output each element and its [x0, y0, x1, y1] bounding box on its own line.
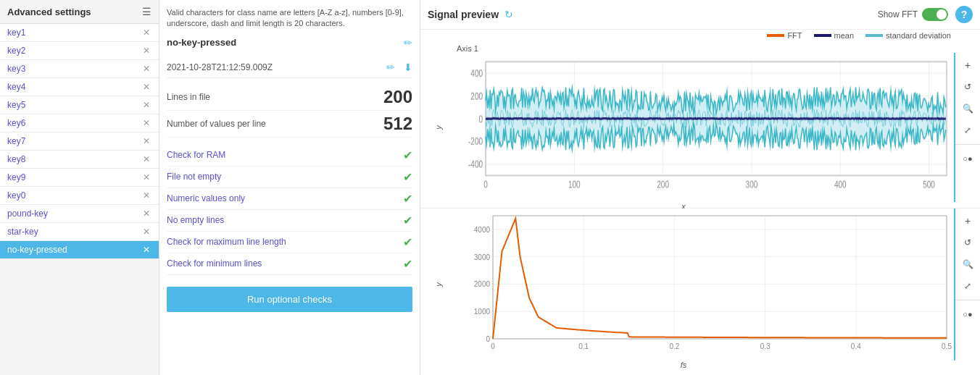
lines-in-file-row: Lines in file 200 [167, 84, 412, 111]
file-name-row: no-key-pressed ✏ [167, 37, 412, 49]
key-item-close[interactable]: ✕ [141, 118, 151, 128]
key-item-label: key7 [7, 136, 141, 146]
key-item-close[interactable]: ✕ [141, 64, 151, 74]
chart1-reset-btn[interactable]: ↺ [958, 77, 977, 96]
check-passed-icon: ✔ [403, 148, 412, 162]
sidebar-item-no-key-pressed[interactable]: no-key-pressed✕ [0, 241, 159, 259]
key-item-close[interactable]: ✕ [141, 172, 151, 182]
right-header: Signal preview ↻ Show FFT ? [420, 0, 980, 30]
date-row: 2021-10-28T21:12:59.009Z ✏ ⬇ [167, 57, 412, 78]
key-item-label: key5 [7, 100, 141, 110]
settings-menu-icon[interactable]: ☰ [142, 6, 151, 17]
legend-label: standard deviation [886, 31, 951, 40]
key-item-label: pound-key [7, 208, 141, 219]
key-item-label: key2 [7, 46, 141, 56]
edit-icon[interactable]: ✏ [404, 37, 412, 49]
key-item-label: key4 [7, 82, 141, 92]
chart1-zoom-in-btn[interactable]: + [958, 56, 977, 75]
key-item-label: no-key-pressed [7, 245, 141, 255]
date-text: 2021-10-28T21:12:59.009Z [167, 62, 382, 72]
sidebar-item-key4[interactable]: key4✕ [0, 78, 159, 96]
lines-in-file-value: 200 [383, 87, 412, 107]
legend-item: standard deviation [865, 31, 951, 40]
key-item-close[interactable]: ✕ [141, 46, 151, 56]
sidebar-item-pound-key[interactable]: pound-key✕ [0, 205, 159, 223]
signal-preview-title: Signal preview [428, 9, 499, 20]
date-edit-icon[interactable]: ✏ [386, 62, 395, 73]
sidebar-item-key6[interactable]: key6✕ [0, 114, 159, 132]
key-item-close[interactable]: ✕ [141, 245, 151, 255]
check-label: Check for RAM [167, 150, 403, 160]
legend-item: mean [814, 31, 855, 40]
refresh-icon[interactable]: ↻ [504, 9, 513, 20]
show-fft-label: Show FFT [878, 9, 918, 20]
left-header: Advanced settings ☰ [0, 0, 159, 24]
axis1-title: Axis 1 [420, 41, 980, 53]
legend-label: FFT [787, 31, 802, 40]
chart1-expand-btn[interactable]: ⤢ [958, 121, 977, 140]
legend-color [814, 34, 831, 37]
middle-panel: Valid characters for class name are lett… [159, 0, 420, 375]
legend-row: FFTmeanstandard deviation [420, 30, 980, 41]
chart1-zoom-btn[interactable]: 🔍 [958, 99, 977, 118]
check-passed-icon: ✔ [403, 192, 412, 206]
chart2-zoom-btn[interactable]: 🔍 [958, 255, 977, 274]
sidebar-item-key3[interactable]: key3✕ [0, 60, 159, 78]
key-item-label: key9 [7, 172, 141, 182]
key-item-close[interactable]: ✕ [141, 227, 151, 237]
chart2-x-label: fs [420, 361, 980, 371]
check-passed-icon: ✔ [403, 170, 412, 184]
file-name: no-key-pressed [167, 37, 399, 48]
sidebar-item-key5[interactable]: key5✕ [0, 96, 159, 114]
legend-color [767, 34, 784, 37]
chart2-y-label: y [434, 282, 443, 287]
key-item-close[interactable]: ✕ [141, 136, 151, 146]
key-item-label: key8 [7, 154, 141, 164]
check-passed-icon: ✔ [403, 235, 412, 249]
key-item-close[interactable]: ✕ [141, 190, 151, 201]
values-per-line-value: 512 [383, 114, 412, 134]
legend-label: mean [834, 31, 855, 40]
check-passed-icon: ✔ [403, 214, 412, 227]
check-row: Check for RAM✔ [167, 145, 412, 167]
advanced-settings-title: Advanced settings [7, 7, 142, 17]
sidebar-item-key9[interactable]: key9✕ [0, 169, 159, 187]
key-item-close[interactable]: ✕ [141, 154, 151, 164]
sidebar-item-key1[interactable]: key1✕ [0, 24, 159, 42]
check-row: Numeric values only✔ [167, 188, 412, 210]
legend-item: FFT [767, 31, 802, 40]
chart2-settings-btn[interactable]: ○● [958, 305, 977, 324]
sidebar-item-key8[interactable]: key8✕ [0, 151, 159, 169]
key-list: key1✕key2✕key3✕key4✕key5✕key6✕key7✕key8✕… [0, 24, 159, 375]
sidebar-item-key7[interactable]: key7✕ [0, 132, 159, 151]
values-per-line-row: Number of values per line 512 [167, 111, 412, 138]
values-per-line-label: Number of values per line [167, 119, 266, 129]
charts-area: Axis 1 y + ↺ 🔍 ⤢ ○● x [420, 41, 980, 375]
help-button[interactable]: ? [955, 6, 973, 23]
key-item-label: key3 [7, 64, 141, 74]
sidebar-item-star-key[interactable]: star-key✕ [0, 223, 159, 241]
chart2-expand-btn[interactable]: ⤢ [958, 277, 977, 295]
key-item-close[interactable]: ✕ [141, 100, 151, 110]
key-item-label: key6 [7, 118, 141, 128]
date-icons: ✏ ⬇ [382, 62, 412, 73]
check-row: No empty lines✔ [167, 210, 412, 232]
check-label: Check for maximum line length [167, 237, 403, 247]
key-item-close[interactable]: ✕ [141, 208, 151, 219]
chart2-reset-btn[interactable]: ↺ [958, 233, 977, 252]
checks-section: Check for RAM✔File not empty✔Numeric val… [167, 145, 412, 275]
key-item-label: key1 [7, 28, 141, 38]
sidebar-item-key0[interactable]: key0✕ [0, 187, 159, 205]
check-row: Check for maximum line length✔ [167, 232, 412, 253]
chart1-y-label: y [434, 125, 443, 130]
key-item-close[interactable]: ✕ [141, 28, 151, 38]
sidebar-item-key2[interactable]: key2✕ [0, 42, 159, 60]
date-download-icon[interactable]: ⬇ [404, 62, 412, 73]
run-optional-checks-button[interactable]: Run optional checks [167, 287, 412, 312]
check-label: Numeric values only [167, 193, 403, 203]
key-item-label: key0 [7, 190, 141, 201]
chart2-zoom-in-btn[interactable]: + [958, 211, 977, 230]
chart1-settings-btn[interactable]: ○● [958, 149, 977, 168]
key-item-close[interactable]: ✕ [141, 82, 151, 92]
show-fft-toggle[interactable] [922, 8, 948, 21]
